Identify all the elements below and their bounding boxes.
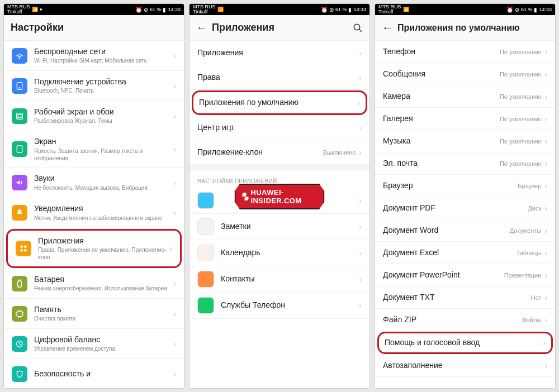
apps-row[interactable]: Центр игр › <box>190 116 369 140</box>
row-title: Безопасность и <box>34 369 173 379</box>
default-app-row[interactable]: Документ PowerPoint Презентации › <box>375 264 555 286</box>
back-button[interactable]: ← <box>382 21 394 34</box>
row-value: Нет <box>531 294 542 301</box>
default-app-row[interactable]: Эл. почта По умолчанию › <box>375 152 555 175</box>
settings-row-home[interactable]: Рабочий экран и обои Разблокировка Журна… <box>4 101 184 131</box>
settings-row-memory[interactable]: Память Очистка памяти › <box>4 299 184 329</box>
row-title: Файл ZIP <box>383 315 522 325</box>
app-row[interactable]: Календарь › <box>190 240 369 266</box>
default-app-row[interactable]: Автозаполнение › <box>375 355 555 377</box>
row-value: По умолчанию <box>500 138 541 145</box>
row-title: Приложения <box>38 236 169 246</box>
search-icon[interactable] <box>353 23 363 33</box>
chevron-right-icon: › <box>359 49 362 58</box>
settings-row-sound[interactable]: Звуки Не беспокоить, Мелодия вызова, Виб… <box>4 168 184 198</box>
row-title: Галерея <box>383 114 500 124</box>
svg-rect-11 <box>19 280 21 281</box>
apps-list[interactable]: Приложения › Права › Приложения по умолч… <box>190 41 369 388</box>
svg-line-15 <box>359 29 362 32</box>
default-app-row[interactable]: Документ TXT Нет › <box>375 286 555 309</box>
settings-row-security[interactable]: Безопасность и › <box>4 359 184 388</box>
phone-default-apps: MTS RUS Tinkoff 📶 ⏰ ⊘ 61 % ▮ 14:33 ← При… <box>375 3 556 389</box>
settings-list[interactable]: Беспроводные сети Wi-Fi, Настройки SIM-к… <box>4 41 184 388</box>
svg-rect-10 <box>18 281 22 287</box>
dnd-icon: ⊘ <box>515 7 519 13</box>
chevron-right-icon: › <box>544 204 547 213</box>
settings-row-balance[interactable]: Цифровой баланс Управление временем дост… <box>4 329 184 359</box>
row-value: По умолчанию <box>500 49 541 55</box>
app-row[interactable]: Контакты › <box>190 266 369 293</box>
default-apps-list[interactable]: Телефон По умолчанию › Сообщения По умол… <box>375 41 555 388</box>
default-app-row[interactable]: Телефон По умолчанию › <box>375 41 555 63</box>
apps-row[interactable]: Приложение-клон Выключено › <box>190 140 369 165</box>
default-app-row[interactable]: Документ PDF Диск › <box>375 197 555 219</box>
page-title: Настройки <box>11 22 177 34</box>
chevron-right-icon: › <box>544 271 547 280</box>
device-icon <box>12 78 27 94</box>
app-icon <box>197 245 214 261</box>
app-row[interactable]: Службы Телефон › <box>190 293 369 319</box>
row-value: Документы <box>510 227 542 234</box>
status-bar: MTS RUS Tinkoff 📶 ▾ ⏰ ⊘ 61 % ▮ 14:33 <box>4 4 184 15</box>
app-row[interactable]: Заметки › <box>190 214 369 240</box>
balance-icon <box>12 336 27 352</box>
default-app-row[interactable]: Камера По умолчанию › <box>375 85 555 108</box>
dnd-icon: ⊘ <box>329 7 334 13</box>
chevron-right-icon: › <box>544 114 547 123</box>
row-subtitle: Управление временем доступа <box>34 345 173 352</box>
chevron-right-icon: › <box>544 47 547 56</box>
settings-row-bell[interactable]: Уведомления Метки, Уведомления на заблок… <box>4 198 184 228</box>
settings-row-wifi[interactable]: Беспроводные сети Wi-Fi, Настройки SIM-к… <box>4 41 184 71</box>
row-title: Документ Excel <box>383 248 516 258</box>
default-app-row[interactable]: Галерея По умолчанию › <box>375 108 555 130</box>
chevron-right-icon: › <box>173 145 176 154</box>
row-title: Память <box>34 305 173 315</box>
default-app-row[interactable]: Документ Excel Таблицы › <box>375 242 555 264</box>
watermark-badge: HUAWEI-INSIDER.COM <box>235 184 325 209</box>
chevron-right-icon: › <box>359 123 362 132</box>
apps-row[interactable]: Права › <box>190 65 369 90</box>
default-app-row[interactable]: Документ Word Документы › <box>375 219 555 242</box>
apps-row[interactable]: Приложения › <box>190 41 369 65</box>
apps-icon <box>16 241 31 256</box>
default-app-row[interactable]: Музыка По умолчанию › <box>375 130 555 152</box>
signal-icon: 📶 <box>32 7 38 12</box>
chevron-right-icon: › <box>544 293 547 302</box>
row-subtitle: Разблокировка Журнал, Темы <box>34 117 173 125</box>
page-title: Приложения по умолчанию <box>397 23 548 33</box>
chevron-right-icon: › <box>173 208 176 217</box>
row-title: Батарея <box>34 275 173 285</box>
chevron-right-icon: › <box>544 92 547 101</box>
row-title: Цифровой баланс <box>34 335 173 345</box>
battery-icon <box>12 276 27 291</box>
settings-row-device[interactable]: Подключение устройства Bluetooth, NFC, П… <box>4 71 184 101</box>
chevron-right-icon: › <box>357 98 360 107</box>
svg-rect-7 <box>24 245 26 247</box>
chevron-right-icon: › <box>544 248 547 257</box>
row-subtitle: Bluetooth, NFC, Печать <box>34 87 173 94</box>
display-icon <box>12 141 27 157</box>
row-title: Музыка <box>383 136 500 146</box>
back-button[interactable]: ← <box>196 21 209 34</box>
default-app-row[interactable]: Сообщения По умолчанию › <box>375 63 555 85</box>
chevron-right-icon: › <box>359 301 362 310</box>
row-title: Рабочий экран и обои <box>34 107 173 117</box>
default-app-row[interactable]: Файл ZIP Файлы › <box>375 309 555 331</box>
alarm-icon: ⏰ <box>506 7 513 13</box>
battery-icon: ▮ <box>163 7 166 13</box>
default-app-row[interactable]: Помощь и голосовой ввод › <box>377 332 553 354</box>
default-app-row[interactable]: Браузер Браузер › <box>375 175 555 197</box>
carrier-2: Tinkoff <box>7 9 30 15</box>
row-subtitle: Режим энергосбережения, Использование ба… <box>34 285 173 292</box>
apps-row[interactable]: Приложения по умолчанию › <box>192 90 367 115</box>
app-icon <box>197 271 214 288</box>
settings-row-apps[interactable]: Приложения Права, Приложения по умолчани… <box>6 229 182 269</box>
dnd-icon: ⊘ <box>144 7 148 13</box>
app-icon <box>197 218 214 235</box>
chevron-right-icon: › <box>359 196 362 205</box>
alarm-icon: ⏰ <box>321 7 328 13</box>
battery-pct: 61 % <box>150 7 162 12</box>
settings-row-display[interactable]: Экран Яркость, Защита зрения, Размер тек… <box>4 131 184 168</box>
settings-row-battery[interactable]: Батарея Режим энергосбережения, Использо… <box>4 269 184 299</box>
wifi-icon: ▾ <box>40 7 42 12</box>
